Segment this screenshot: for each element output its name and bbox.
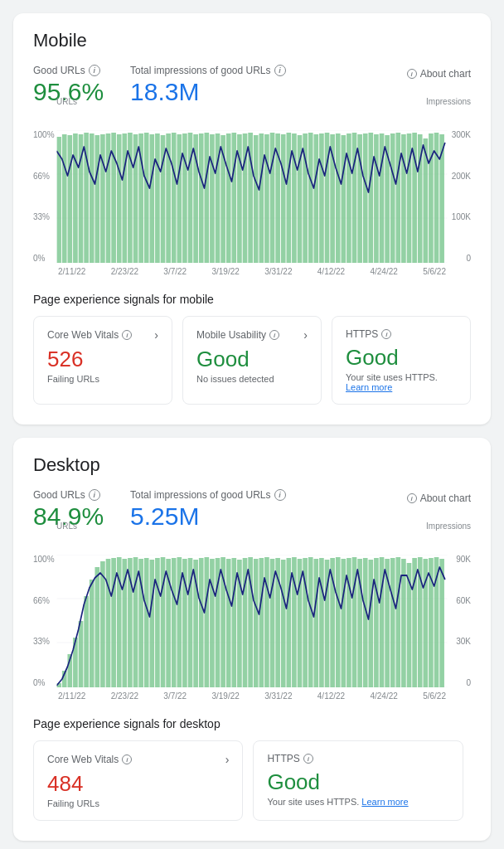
desktop-https-info-icon[interactable]: i — [303, 754, 313, 764]
svg-rect-122 — [281, 560, 286, 687]
usability-info-icon[interactable]: i — [269, 330, 279, 340]
svg-rect-21 — [144, 133, 149, 263]
impressions-info-icon[interactable]: i — [274, 65, 286, 76]
mobile-https-title: HTTPS i — [346, 328, 457, 340]
desktop-title: Desktop — [33, 454, 471, 476]
svg-rect-127 — [308, 557, 313, 687]
desktop-https-sub: Your site uses HTTPS. Learn more — [267, 797, 448, 807]
usability-chevron-icon: › — [303, 328, 308, 342]
mobile-cwv-title: Core Web Vitals i › — [47, 328, 158, 342]
cwv-info-icon[interactable]: i — [122, 330, 132, 340]
desktop-cwv-chevron-icon: › — [225, 753, 230, 766]
svg-rect-144 — [401, 559, 406, 687]
svg-rect-89 — [100, 561, 105, 687]
svg-rect-53 — [319, 133, 324, 263]
svg-rect-27 — [177, 134, 182, 263]
svg-rect-8 — [73, 133, 78, 263]
mobile-metrics-row: Good URLs i 95.6% Total impressions of g… — [33, 65, 471, 105]
svg-rect-6 — [62, 134, 67, 263]
svg-rect-139 — [374, 558, 379, 687]
desktop-impressions-label: Total impressions of good URLs i — [130, 489, 285, 501]
svg-rect-98 — [149, 560, 154, 687]
svg-rect-103 — [177, 557, 182, 687]
desktop-metrics-row: Good URLs i 84.9% Total impressions of g… — [33, 489, 471, 530]
svg-rect-52 — [313, 134, 318, 263]
svg-rect-16 — [117, 134, 122, 263]
svg-rect-138 — [368, 560, 373, 687]
svg-rect-99 — [155, 558, 160, 687]
svg-rect-32 — [204, 133, 209, 263]
svg-rect-129 — [319, 558, 324, 687]
svg-rect-117 — [254, 559, 259, 687]
svg-rect-107 — [199, 558, 204, 687]
mobile-x-labels: 2/11/22 2/23/22 3/7/22 3/19/22 3/31/22 4… — [33, 267, 471, 276]
svg-rect-90 — [106, 559, 111, 687]
desktop-https-learn-more[interactable]: Learn more — [361, 797, 408, 807]
svg-rect-133 — [341, 559, 346, 687]
desktop-cwv-title: Core Web Vitals i › — [47, 753, 229, 766]
desktop-x-labels: 2/11/22 2/23/22 3/7/22 3/19/22 3/31/22 4… — [33, 691, 471, 701]
mobile-https-value: Good — [346, 345, 457, 371]
svg-rect-62 — [368, 133, 373, 263]
desktop-good-urls-label: Good URLs i — [33, 489, 104, 501]
desktop-about-chart-info-icon: i — [407, 493, 417, 503]
svg-rect-41 — [254, 135, 259, 263]
svg-rect-47 — [286, 133, 291, 263]
desktop-https-card[interactable]: HTTPS i Good Your site uses HTTPS. Learn… — [253, 740, 463, 821]
mobile-chart-svg — [33, 130, 471, 263]
desktop-good-urls-info-icon[interactable]: i — [89, 489, 100, 501]
desktop-y-right-label: Impressions — [426, 522, 471, 531]
svg-rect-102 — [172, 558, 177, 687]
desktop-signals-title: Page experience signals for desktop — [33, 717, 471, 730]
mobile-https-learn-more[interactable]: Learn more — [346, 382, 392, 392]
mobile-cwv-card[interactable]: Core Web Vitals i › 526 Failing URLs — [33, 316, 172, 405]
svg-rect-86 — [84, 596, 89, 687]
svg-rect-123 — [286, 558, 291, 687]
svg-rect-137 — [363, 558, 368, 687]
svg-rect-85 — [79, 621, 84, 687]
mobile-signals-title: Page experience signals for mobile — [33, 293, 471, 306]
svg-rect-51 — [308, 133, 313, 263]
svg-rect-23 — [155, 133, 160, 263]
svg-rect-42 — [259, 133, 264, 263]
svg-rect-136 — [357, 559, 362, 687]
desktop-cwv-info-icon[interactable]: i — [122, 754, 132, 764]
good-urls-info-icon[interactable]: i — [89, 65, 100, 76]
svg-rect-26 — [172, 133, 177, 263]
svg-rect-43 — [264, 134, 269, 263]
mobile-usability-card[interactable]: Mobile Usability i › Good No issues dete… — [182, 316, 322, 405]
svg-rect-128 — [313, 559, 318, 687]
svg-rect-114 — [237, 560, 242, 687]
mobile-about-chart-link[interactable]: i About chart — [407, 68, 471, 80]
mobile-https-card[interactable]: HTTPS i Good Your site uses HTTPS. Learn… — [332, 316, 471, 405]
svg-rect-132 — [336, 557, 341, 687]
mobile-signals-cards: Core Web Vitals i › 526 Failing URLs Mob… — [33, 316, 471, 405]
mobile-good-urls-label: Good URLs i — [33, 65, 104, 76]
svg-rect-31 — [199, 133, 204, 263]
svg-rect-66 — [390, 133, 395, 263]
desktop-impressions-info-icon[interactable]: i — [274, 489, 286, 501]
mobile-y-right-label: Impressions — [426, 97, 471, 106]
svg-rect-112 — [226, 559, 231, 687]
desktop-https-title: HTTPS i — [267, 753, 448, 764]
svg-rect-7 — [67, 135, 72, 263]
https-info-icon[interactable]: i — [381, 329, 391, 339]
mobile-cwv-value: 526 — [47, 347, 158, 372]
svg-rect-13 — [100, 134, 105, 263]
desktop-about-chart-link[interactable]: i About chart — [407, 492, 471, 504]
mobile-impressions-block: Total impressions of good URLs i 18.3M — [130, 65, 285, 105]
svg-rect-113 — [231, 558, 236, 687]
desktop-chart-svg — [33, 555, 471, 687]
svg-rect-142 — [390, 558, 395, 687]
svg-rect-87 — [90, 580, 94, 687]
desktop-cwv-sub: Failing URLs — [47, 798, 229, 808]
svg-rect-58 — [346, 133, 351, 263]
desktop-cwv-card[interactable]: Core Web Vitals i › 484 Failing URLs — [33, 740, 243, 821]
mobile-chart-wrapper: URLs Impressions 100% 66% 33% 0% 300K 20… — [33, 109, 471, 276]
mobile-cwv-sub: Failing URLs — [47, 374, 158, 384]
mobile-title: Mobile — [33, 30, 471, 51]
cwv-chevron-icon: › — [154, 328, 158, 342]
svg-rect-108 — [204, 557, 209, 687]
svg-rect-22 — [149, 134, 154, 263]
svg-rect-97 — [144, 558, 149, 687]
